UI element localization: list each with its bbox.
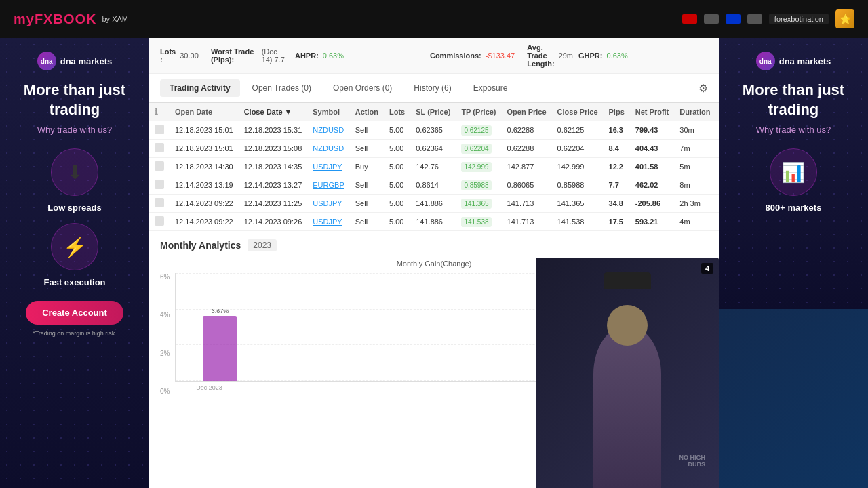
- row-symbol[interactable]: USDJPY: [307, 213, 349, 231]
- col-pips[interactable]: Pips: [604, 103, 630, 121]
- row-duration: 7m: [674, 140, 715, 158]
- create-account-button[interactable]: Create Account: [26, 301, 123, 325]
- row-tp: 141.365: [456, 195, 501, 213]
- markets-label: 800+ markets: [766, 203, 822, 213]
- row-symbol[interactable]: NZDUSD: [307, 121, 349, 140]
- col-tp[interactable]: TP (Price): [456, 103, 501, 121]
- row-net-profit: -205.86: [630, 195, 675, 213]
- left-ad-why: Why trade with us?: [37, 125, 113, 135]
- row-sl: 0.62365: [410, 121, 456, 140]
- person-head: [607, 305, 648, 346]
- left-ad-brand: dna markets: [60, 56, 113, 66]
- row-close-price: 0.62204: [552, 140, 604, 158]
- right-ad-headline: More than just trading: [729, 81, 858, 119]
- fast-execution-label: Fast execution: [43, 277, 105, 287]
- table-row: 12.14.2023 09:22 12.14.2023 09:26 USDJPY…: [149, 213, 719, 231]
- row-tag: [149, 140, 170, 158]
- left-ad: dna dna markets More than just trading W…: [0, 38, 149, 488]
- video-channel-badge: 4: [701, 263, 713, 274]
- row-duration: 30m: [674, 121, 715, 140]
- analytics-year[interactable]: 2023: [248, 239, 277, 251]
- row-tag: [149, 213, 170, 231]
- row-pips: 17.5: [604, 213, 630, 231]
- ahpr-value: 0.63%: [323, 52, 344, 60]
- row-lots: 5.00: [384, 213, 410, 231]
- row-open-price: 141.713: [502, 195, 552, 213]
- row-open-price: 0.86065: [502, 176, 552, 195]
- col-symbol[interactable]: Symbol: [307, 103, 349, 121]
- row-tag: [149, 176, 170, 195]
- tab-exposure[interactable]: Exposure: [464, 79, 517, 97]
- row-close-date: 12.14.2023 11:25: [239, 195, 308, 213]
- right-ad: dna dna markets More than just trading W…: [719, 38, 868, 309]
- worst-trade-value: (Dec 14) 7.7: [262, 47, 290, 64]
- table-row: 12.18.2023 15:01 12.18.2023 15:08 NZDUSD…: [149, 140, 719, 158]
- low-spreads-label: Low spreads: [47, 203, 101, 213]
- row-open-price: 0.62288: [502, 121, 552, 140]
- navbar-logo: myFXBOOK: [14, 12, 96, 27]
- row-net-profit: 799.43: [630, 121, 675, 140]
- row-duration: 2h 3m: [674, 195, 715, 213]
- row-lots: 5.00: [384, 158, 410, 176]
- col-open-price[interactable]: Open Price: [502, 103, 552, 121]
- row-lots: 5.00: [384, 195, 410, 213]
- stats-bar: Lots : 30.00 Worst Trade (Pips): (Dec 14…: [149, 38, 719, 74]
- account-name[interactable]: forexbotination: [769, 14, 829, 24]
- row-tag: [149, 121, 170, 140]
- logo-my: my: [14, 12, 35, 26]
- navbar-gold-icon: ⭐: [835, 9, 854, 28]
- navbar-right: forexbotination ⭐: [682, 9, 854, 28]
- col-sl[interactable]: SL (Price): [410, 103, 456, 121]
- ghpr-label: GHPR:: [578, 52, 602, 60]
- row-symbol[interactable]: NZDUSD: [307, 140, 349, 158]
- flag-dark: [704, 14, 719, 24]
- row-action: Sell: [350, 213, 384, 231]
- video-content: 4 NO HIGHDUBS: [536, 258, 719, 488]
- col-action[interactable]: Action: [350, 103, 384, 121]
- bar-dec: 3.67%: [203, 308, 237, 381]
- tab-open-trades[interactable]: Open Trades (0): [243, 79, 321, 97]
- tab-history[interactable]: History (6): [404, 79, 460, 97]
- row-open-date: 12.14.2023 09:22: [170, 213, 239, 231]
- row-pips: 12.2: [604, 158, 630, 176]
- row-symbol[interactable]: USDJPY: [307, 195, 349, 213]
- row-close-date: 12.14.2023 09:26: [239, 213, 308, 231]
- video-person: [566, 298, 688, 488]
- settings-button[interactable]: ⚙: [698, 82, 708, 95]
- worst-trade-label: Worst Trade (Pips):: [211, 47, 258, 64]
- row-net-profit: 401.58: [630, 158, 675, 176]
- col-duration[interactable]: Duration: [674, 103, 715, 121]
- col-close-date[interactable]: Close Date ▼: [239, 103, 308, 121]
- row-tp: 0.62204: [456, 140, 501, 158]
- col-close-price[interactable]: Close Price: [552, 103, 604, 121]
- y-label-2: 2%: [160, 350, 170, 357]
- table-row: 12.18.2023 14:30 12.18.2023 14:35 USDJPY…: [149, 158, 719, 176]
- right-ad-logo: dna dna markets: [756, 52, 831, 70]
- bar-value: 3.67%: [212, 308, 229, 314]
- col-info: ℹ: [149, 103, 170, 121]
- row-tp: 141.538: [456, 213, 501, 231]
- tab-trading-activity[interactable]: Trading Activity: [160, 79, 240, 97]
- commissions-label: Commissions:: [430, 52, 481, 60]
- col-lots[interactable]: Lots: [384, 103, 410, 121]
- row-symbol[interactable]: USDJPY: [307, 158, 349, 176]
- row-action: Sell: [350, 195, 384, 213]
- row-tp: 142.999: [456, 158, 501, 176]
- avg-trade-label: Avg. Trade Length:: [527, 43, 554, 68]
- col-open-date[interactable]: Open Date: [170, 103, 239, 121]
- bar-rect[interactable]: [203, 316, 237, 381]
- flag-dark2: [747, 14, 762, 24]
- row-symbol[interactable]: EURGBP: [307, 176, 349, 195]
- row-close-date: 12.18.2023 15:08: [239, 140, 308, 158]
- right-dna-icon: dna: [756, 52, 775, 70]
- left-ad-logo: dna dna markets: [37, 52, 113, 70]
- tab-open-orders[interactable]: Open Orders (0): [323, 79, 401, 97]
- left-ad-disclaimer: *Trading on margin is high risk.: [33, 330, 117, 337]
- col-net-profit[interactable]: Net Profit: [630, 103, 675, 121]
- left-ad-headline: More than just trading: [10, 81, 139, 119]
- row-lots: 5.00: [384, 176, 410, 195]
- right-ad-brand: dna markets: [779, 56, 831, 66]
- analytics-header: Monthly Analytics 2023: [160, 239, 708, 251]
- lots-label: Lots :: [160, 47, 176, 64]
- table-row: 12.14.2023 09:22 12.14.2023 11:25 USDJPY…: [149, 195, 719, 213]
